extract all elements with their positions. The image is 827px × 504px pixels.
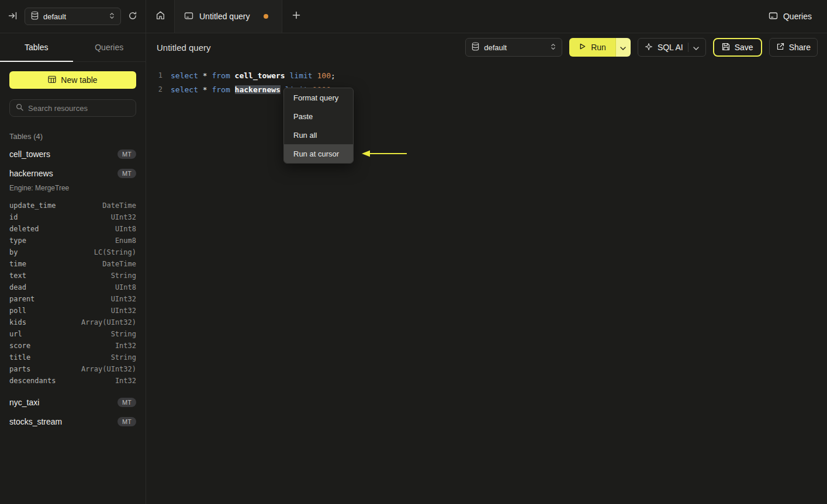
new-table-button[interactable]: New table xyxy=(9,71,136,89)
chevron-down-icon xyxy=(620,42,626,53)
column-type: Enum8 xyxy=(115,237,136,245)
editor-context-menu: Format query Paste Run all Run at cursor xyxy=(283,88,354,164)
line-number: 2 xyxy=(146,85,162,93)
column-type: DateTime xyxy=(102,260,136,268)
collapse-sidebar-button[interactable] xyxy=(8,11,18,22)
column-name: type xyxy=(9,237,26,245)
refresh-button[interactable] xyxy=(128,11,137,22)
engine-badge: MT xyxy=(117,169,136,178)
column-name: deleted xyxy=(9,225,39,233)
menu-item-run-all[interactable]: Run all xyxy=(284,126,353,144)
column-row: typeEnum8 xyxy=(9,235,136,246)
sidebar-tab-queries[interactable]: Queries xyxy=(73,33,146,61)
column-name: url xyxy=(9,330,22,338)
column-name: parts xyxy=(9,365,30,373)
table-name: stocks_stream xyxy=(9,417,62,426)
table-name: cell_towers xyxy=(9,150,50,159)
sql-table-name: cell_towers xyxy=(235,71,285,80)
column-row: deletedUInt8 xyxy=(9,223,136,235)
column-row: timeDateTime xyxy=(9,258,136,270)
column-name: time xyxy=(9,260,26,268)
column-row: urlString xyxy=(9,328,136,340)
table-row-nyc-taxi[interactable]: nyc_taxi MT xyxy=(9,392,136,412)
code-line-2[interactable]: 2 select * from hackernews limit 1000 xyxy=(146,82,827,96)
sql-keyword: limit xyxy=(290,71,313,80)
database-selector[interactable]: default xyxy=(25,8,121,25)
column-type: LC(String) xyxy=(94,248,136,256)
column-name: poll xyxy=(9,307,26,315)
menu-item-paste[interactable]: Paste xyxy=(284,107,353,126)
topbar-spacer xyxy=(310,0,753,33)
queries-button[interactable]: Queries xyxy=(753,0,827,33)
new-table-label: New table xyxy=(61,75,97,85)
sql-operator: * xyxy=(203,85,207,94)
run-options-button[interactable] xyxy=(615,38,631,57)
table-grid-icon xyxy=(48,75,56,85)
column-type: UInt8 xyxy=(115,283,136,291)
column-name: kids xyxy=(9,318,26,326)
run-button[interactable]: Run xyxy=(569,38,615,57)
save-button[interactable]: Save xyxy=(713,38,762,57)
tab-label: Untitled query xyxy=(199,12,250,21)
sidebar-tab-tables[interactable]: Tables xyxy=(0,33,73,61)
terminal-icon xyxy=(184,11,193,22)
code-line-1[interactable]: 1 select * from cell_towers limit 100; xyxy=(146,68,827,82)
column-row: update_timeDateTime xyxy=(9,200,136,211)
table-row-cell-towers[interactable]: cell_towers MT xyxy=(9,144,136,164)
tab-untitled-query[interactable]: Untitled query xyxy=(174,0,282,33)
column-name: update_time xyxy=(9,201,56,210)
share-button[interactable]: Share xyxy=(769,38,818,57)
tables-list: Tables (4) cell_towers MT hackernews MT … xyxy=(0,117,146,504)
column-type: UInt32 xyxy=(111,213,136,221)
sql-operator: * xyxy=(203,71,207,80)
toolbar-database-selector[interactable]: default xyxy=(465,38,562,57)
database-icon xyxy=(472,42,479,53)
column-type: String xyxy=(111,272,136,280)
engine-badge: MT xyxy=(117,150,136,159)
column-type: Array(UInt32) xyxy=(81,318,136,326)
sql-number: 100 xyxy=(317,71,330,80)
refresh-icon xyxy=(128,11,137,22)
toolbar: default Run xyxy=(465,38,818,57)
column-row: descendantsInt32 xyxy=(9,375,136,387)
tables-section-title: Tables (4) xyxy=(9,132,136,141)
run-button-group: Run xyxy=(569,38,631,57)
column-name: id xyxy=(9,213,18,221)
sql-ai-button[interactable]: SQL AI xyxy=(638,38,706,57)
column-row: partsArray(UInt32) xyxy=(9,363,136,375)
column-type: Int32 xyxy=(115,342,136,350)
play-icon xyxy=(579,43,586,52)
app-window: default Untitled query xyxy=(0,0,827,504)
table-row-hackernews[interactable]: hackernews MT xyxy=(9,164,136,183)
plus-icon xyxy=(292,11,300,22)
column-row: parentUInt32 xyxy=(9,293,136,305)
sql-keyword: select xyxy=(171,85,198,94)
column-type: UInt32 xyxy=(111,307,136,315)
toolbar-database-value: default xyxy=(484,43,507,52)
menu-item-format-query[interactable]: Format query xyxy=(284,88,353,107)
sql-table-name-selected: hackernews xyxy=(235,85,281,94)
home-button[interactable] xyxy=(146,0,174,33)
column-name: score xyxy=(9,342,30,350)
search-input[interactable] xyxy=(28,104,130,113)
column-name: parent xyxy=(9,295,34,303)
sidebar-tabs: Tables Queries xyxy=(0,33,146,62)
panel-collapse-icon xyxy=(8,11,18,22)
column-type: DateTime xyxy=(102,201,136,210)
column-type: Array(UInt32) xyxy=(81,365,136,373)
column-type: String xyxy=(111,330,136,338)
sql-keyword: select xyxy=(171,71,198,80)
menu-item-run-at-cursor[interactable]: Run at cursor xyxy=(284,144,353,163)
sql-editor[interactable]: 1 select * from cell_towers limit 100; 2… xyxy=(146,61,827,504)
home-icon xyxy=(155,11,165,23)
column-name: descendants xyxy=(9,377,56,385)
new-tab-button[interactable] xyxy=(282,0,310,33)
column-row: titleString xyxy=(9,352,136,363)
run-button-label: Run xyxy=(591,43,606,52)
tab-strip: Untitled query xyxy=(146,0,310,33)
database-selector-value: default xyxy=(43,12,105,21)
main-header: Untitled query default xyxy=(146,33,827,61)
table-row-stocks-stream[interactable]: stocks_stream MT xyxy=(9,412,136,431)
sidebar: Tables Queries New table Tables (4) cell… xyxy=(0,33,146,504)
query-title: Untitled query xyxy=(157,43,211,53)
